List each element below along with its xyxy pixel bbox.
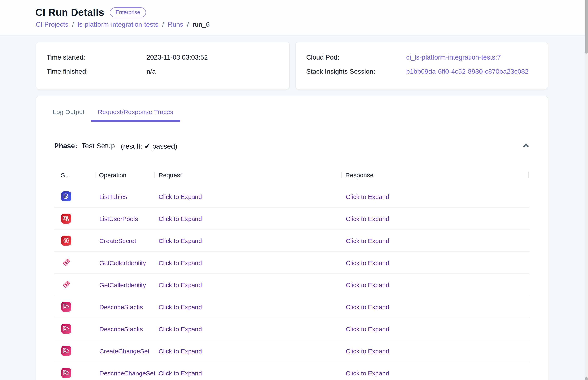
request-expand-link[interactable]: Click to Expand [154, 325, 341, 332]
run-times-card: Time started: 2023-11-03 03:03:52 Time f… [36, 42, 290, 90]
breadcrumb-ci-projects[interactable]: CI Projects [36, 21, 69, 28]
column-separator [341, 172, 342, 178]
breadcrumb-separator: / [72, 21, 74, 28]
request-expand-link[interactable]: Click to Expand [154, 237, 341, 244]
operation-cell: ListUserPools [95, 215, 154, 222]
traces-card: Log Output Request/Response Traces Phase… [36, 96, 548, 380]
time-finished-label: Time finished: [47, 66, 147, 77]
column-header-service[interactable]: S... [54, 171, 95, 178]
scrollbar-thumb-bottom[interactable] [585, 377, 588, 380]
operation-cell: GetCallerIdentity [95, 281, 154, 288]
request-expand-link[interactable]: Click to Expand [154, 303, 341, 310]
breadcrumb-runs[interactable]: Runs [168, 21, 183, 28]
column-separator [529, 172, 529, 178]
table-row: CreateChangeSet Click to Expand Click to… [54, 340, 530, 362]
operation-cell: DescribeChangeSet [95, 369, 154, 377]
phase-result: (result: ✔ passed) [121, 142, 177, 151]
cloudformation-icon [54, 302, 95, 312]
column-header-operation[interactable]: Operation [95, 171, 154, 178]
table-row: DescribeStacks Click to Expand Click to … [54, 296, 530, 318]
run-links-card: Cloud Pod: ci_ls-platform-integration-te… [295, 42, 548, 90]
secrets-manager-icon [54, 236, 95, 246]
stack-insights-session-label: Stack Insights Session: [306, 66, 406, 77]
request-expand-link[interactable]: Click to Expand [154, 259, 341, 266]
response-expand-link[interactable]: Click to Expand [341, 303, 529, 310]
dynamodb-icon [54, 191, 95, 201]
time-started-label: Time started: [47, 52, 147, 63]
column-separator [154, 172, 155, 178]
table-row: DescribeChangeSet Click to Expand Click … [54, 362, 530, 380]
sts-icon [54, 258, 95, 268]
time-finished-value: n/a [147, 66, 279, 77]
phase-label: Phase: [54, 142, 77, 150]
ci-run-details-page: CI Run Details Enterprise CI Projects / … [0, 0, 588, 380]
chevron-up-icon [521, 141, 531, 151]
traces-table: S... Operation Request Response [54, 166, 530, 380]
cloudformation-icon [54, 324, 95, 334]
response-expand-link[interactable]: Click to Expand [341, 347, 529, 354]
page-title: CI Run Details [35, 7, 104, 18]
cloud-pod-link[interactable]: ci_ls-platform-integration-tests:7 [406, 52, 537, 63]
table-row: ListUserPools Click to Expand Click to E… [54, 208, 530, 230]
time-started-value: 2023-11-03 03:03:52 [147, 52, 279, 63]
traces-table-body: ListTables Click to Expand Click to Expa… [54, 186, 530, 380]
operation-cell: CreateSecret [95, 237, 154, 244]
table-row: GetCallerIdentity Click to Expand Click … [54, 274, 530, 296]
tab-log-output[interactable]: Log Output [46, 102, 91, 122]
collapse-phase-button[interactable] [520, 140, 532, 152]
response-expand-link[interactable]: Click to Expand [341, 215, 529, 222]
phase-name: Test Setup [82, 142, 115, 150]
table-row: DescribeStacks Click to Expand Click to … [54, 318, 530, 340]
stack-insights-session-link[interactable]: b1bb09da-6ff0-4c52-8930-c870ba23c082 [406, 66, 537, 77]
breadcrumb-separator: / [187, 21, 189, 28]
page-header: CI Run Details Enterprise CI Projects / … [0, 0, 585, 35]
cloudformation-icon [54, 346, 95, 356]
tab-request-response-traces[interactable]: Request/Response Traces [91, 102, 180, 122]
breadcrumb-current-run: run_6 [193, 21, 210, 28]
table-row: CreateSecret Click to Expand Click to Ex… [54, 230, 530, 252]
operation-cell: CreateChangeSet [95, 347, 154, 354]
response-expand-link[interactable]: Click to Expand [341, 281, 529, 288]
response-expand-link[interactable]: Click to Expand [341, 325, 529, 332]
breadcrumb-separator: / [162, 21, 164, 28]
operation-cell: GetCallerIdentity [95, 259, 154, 266]
column-header-response[interactable]: Response [341, 171, 529, 178]
request-expand-link[interactable]: Click to Expand [154, 215, 341, 222]
tab-bar: Log Output Request/Response Traces [36, 102, 548, 122]
vertical-scrollbar[interactable] [585, 0, 588, 380]
operation-cell: ListTables [95, 193, 154, 200]
table-row: ListTables Click to Expand Click to Expa… [54, 186, 530, 208]
operation-cell: DescribeStacks [95, 325, 154, 332]
cognito-icon [54, 213, 95, 224]
response-expand-link[interactable]: Click to Expand [341, 193, 529, 200]
table-row: GetCallerIdentity Click to Expand Click … [54, 252, 530, 274]
request-expand-link[interactable]: Click to Expand [154, 281, 341, 288]
phase-header: Phase: Test Setup (result: ✔ passed) [54, 141, 532, 152]
column-separator [95, 172, 95, 178]
response-expand-link[interactable]: Click to Expand [341, 259, 529, 266]
cloudformation-icon [54, 368, 95, 378]
enterprise-badge: Enterprise [110, 7, 146, 18]
request-expand-link[interactable]: Click to Expand [154, 369, 341, 377]
response-expand-link[interactable]: Click to Expand [341, 369, 529, 377]
sts-icon [54, 280, 95, 290]
request-expand-link[interactable]: Click to Expand [154, 193, 341, 200]
scrollbar-thumb[interactable] [585, 0, 588, 54]
traces-table-header: S... Operation Request Response [54, 166, 530, 184]
response-expand-link[interactable]: Click to Expand [341, 237, 529, 244]
cloud-pod-label: Cloud Pod: [306, 52, 406, 63]
operation-cell: DescribeStacks [95, 303, 154, 310]
breadcrumb: CI Projects / ls-platform-integration-te… [0, 18, 585, 28]
breadcrumb-project[interactable]: ls-platform-integration-tests [78, 21, 158, 28]
column-header-request[interactable]: Request [154, 171, 341, 178]
request-expand-link[interactable]: Click to Expand [154, 347, 341, 354]
